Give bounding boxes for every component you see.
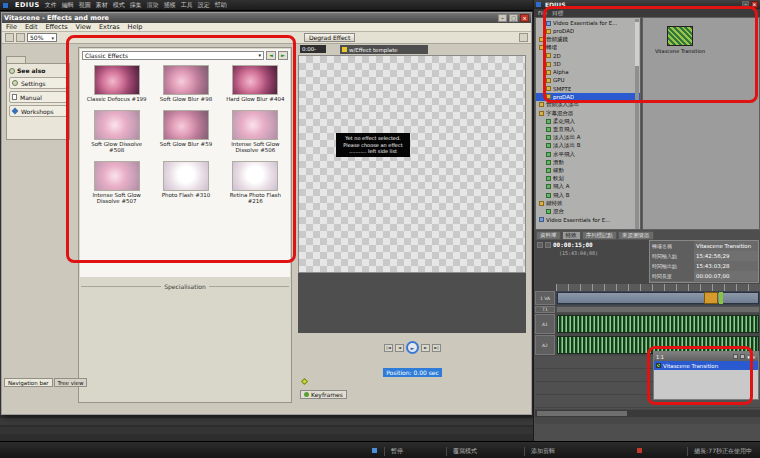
main-menu-help[interactable]: 幫助 (215, 1, 227, 10)
minimize-icon[interactable]: – (498, 14, 507, 22)
effect-thumbnail[interactable] (232, 110, 278, 140)
main-menu-render[interactable]: 渲染 (147, 1, 159, 10)
track-header[interactable]: A1 (535, 314, 555, 334)
effect-thumbnail[interactable] (163, 65, 209, 95)
effect-template-tab[interactable]: w/Effect template (340, 45, 428, 54)
timeline-hscrollbar[interactable] (535, 410, 760, 417)
effect-item[interactable]: Retina Photo Flash #216 (221, 159, 290, 208)
menu-view[interactable]: View (72, 23, 95, 31)
title-track-lane[interactable] (556, 306, 760, 313)
effect-item[interactable]: Intense Soft Glow Dissolve #507 (82, 159, 151, 208)
effect-item[interactable]: Photo Flash #310 (151, 159, 220, 208)
close-icon[interactable]: × (752, 354, 756, 360)
bin-menu-file[interactable]: File (538, 10, 547, 16)
tree-item[interactable]: Video Essentials for E... (536, 19, 640, 27)
prev-category-button[interactable]: ◄ (266, 51, 276, 60)
tree-item[interactable]: 緩動 (536, 166, 640, 174)
preview-canvas[interactable] (298, 55, 526, 273)
tree-item[interactable]: 垂直飛入 (536, 125, 640, 133)
save-icon[interactable] (16, 33, 25, 42)
tab-tree-view[interactable]: Tree view (54, 378, 88, 387)
tree-item[interactable]: SMPTE (536, 85, 640, 93)
tree-item[interactable]: Alpha (536, 68, 640, 76)
play-button[interactable]: ► (406, 341, 419, 354)
effect-item[interactable]: Soft Glow Dissolve #508 (82, 108, 151, 157)
tree-scrollbar[interactable] (635, 19, 639, 230)
tree-item[interactable]: 字幕混合器 (536, 109, 640, 117)
main-menu-capture[interactable]: 採集 (130, 1, 142, 10)
zoom-select[interactable]: 50% ▾ (27, 33, 57, 42)
bin-titlebar[interactable]: EDIUS – × (534, 0, 760, 9)
tree-item[interactable]: 飛入 B (536, 191, 640, 199)
effect-item[interactable]: Soft Glow Blur #59 (151, 108, 220, 157)
main-menu-file[interactable]: 文件 (45, 1, 57, 10)
pin-icon[interactable] (740, 354, 745, 359)
keyframes-button[interactable]: Keyframes (300, 390, 347, 399)
next-frame-icon[interactable]: ► (421, 344, 430, 352)
effect-thumbnail[interactable] (163, 161, 209, 191)
track-header[interactable]: T1 (535, 306, 555, 313)
effect-item[interactable]: Classic Defocus #199 (82, 63, 151, 106)
tree-item[interactable]: 滑動 (536, 158, 640, 166)
tree-item[interactable]: 音頻濾鏡 (536, 35, 640, 43)
tree-item[interactable]: 飛入 A (536, 183, 640, 191)
see-also-tab[interactable] (6, 56, 26, 63)
video-track-lane[interactable] (556, 291, 760, 305)
close-icon[interactable]: × (751, 1, 758, 8)
main-menu-view[interactable]: 視圖 (79, 1, 91, 10)
bin-menu-target[interactable]: 目標 (552, 10, 563, 17)
tab-bin[interactable]: 資料庫 (536, 231, 561, 240)
tree-item[interactable]: 2D (536, 52, 640, 60)
effect-thumbnail[interactable] (232, 65, 278, 95)
transition-clip[interactable] (704, 292, 718, 304)
main-menu-settings[interactable]: 設定 (198, 1, 210, 10)
audio-track-lane[interactable] (556, 314, 760, 334)
main-menu-edit[interactable]: 編輯 (62, 1, 74, 10)
tree-item[interactable]: 水平飛入 (536, 150, 640, 158)
tree-item[interactable]: GPU (536, 76, 640, 84)
main-menu-mode[interactable]: 模式 (113, 1, 125, 10)
category-dropdown[interactable]: Classic Effects ▾ (82, 51, 264, 60)
tree-item-selected[interactable]: proDAD (536, 93, 640, 101)
tree-item[interactable]: 鍵特效 (536, 199, 640, 207)
vitascene-titlebar[interactable]: Vitascene - Effects and more – □ × (2, 13, 531, 23)
tree-item[interactable]: 淡入淡出 A (536, 134, 640, 142)
main-menu-tools[interactable]: 工具 (181, 1, 193, 10)
skip-end-icon[interactable]: ►| (432, 344, 441, 352)
see-also-manual[interactable]: Manual (9, 91, 67, 103)
main-menu-clip[interactable]: 素材 (96, 1, 108, 10)
transition-thumbnail[interactable] (667, 26, 693, 46)
chevron-down-icon[interactable]: ▾ (747, 354, 750, 360)
audio-clip-waveform[interactable] (557, 315, 759, 333)
next-category-button[interactable]: ► (278, 51, 288, 60)
tree-item[interactable]: proDAD (536, 27, 640, 35)
tree-item[interactable]: 柔化飛入 (536, 117, 640, 125)
maximize-icon[interactable]: □ (509, 14, 518, 22)
effect-item[interactable]: Intense Soft Glow Dissolve #506 (221, 108, 290, 157)
effect-item[interactable]: Soft Glow Blur #98 (151, 63, 220, 106)
track-header[interactable]: 1 VA (535, 291, 555, 305)
timeline-ruler[interactable] (556, 284, 760, 291)
tree-item[interactable]: Video Essentials for E... (536, 216, 640, 224)
menu-effects[interactable]: Effects (41, 23, 71, 31)
see-also-workshops[interactable]: Workshops (9, 105, 67, 117)
menu-file[interactable]: File (2, 23, 21, 31)
effect-thumbnail[interactable] (163, 110, 209, 140)
close-icon[interactable]: × (520, 14, 529, 22)
timeline-tool-icon[interactable] (545, 242, 551, 248)
tree-item[interactable]: 3D (536, 60, 640, 68)
effect-thumbnail[interactable] (94, 65, 140, 95)
page-icon[interactable] (519, 33, 528, 42)
transition-item[interactable]: Vitascene Transition (651, 26, 709, 54)
effect-thumbnail[interactable] (94, 161, 140, 191)
minimize-icon[interactable]: – (742, 1, 749, 8)
track-header[interactable]: A2 (535, 335, 555, 355)
tab-effects[interactable]: 特效 (562, 231, 581, 240)
tab-sequence-markers[interactable]: 序列標記點 (582, 231, 618, 240)
menu-help[interactable]: Help (124, 23, 147, 31)
menu-edit[interactable]: Edit (21, 23, 42, 31)
video-clip[interactable] (557, 292, 759, 304)
grid-icon[interactable] (733, 354, 738, 359)
timeline-tool-icon[interactable] (537, 242, 543, 248)
open-icon[interactable] (5, 33, 14, 42)
